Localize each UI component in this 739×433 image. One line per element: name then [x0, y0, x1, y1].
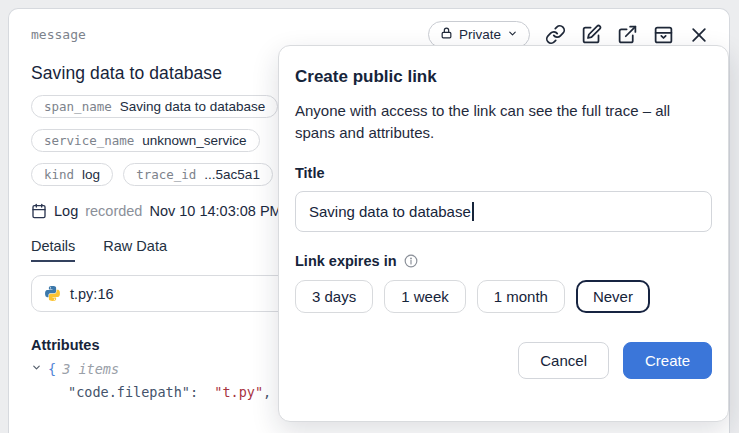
dialog-description: Anyone with access to the link can see t…: [295, 100, 712, 144]
json-comma: ,: [263, 384, 271, 400]
expire-option-1-week[interactable]: 1 week: [384, 280, 466, 313]
chip-value: unknown_service: [142, 133, 246, 148]
chevron-down-icon: [507, 27, 518, 42]
text-caret: [472, 202, 474, 221]
dialog-footer: Cancel Create: [295, 342, 712, 379]
record-type: Log: [54, 203, 78, 219]
chip-key: service_name: [44, 133, 134, 148]
toolbar: Private: [428, 21, 709, 48]
record-verb: recorded: [85, 203, 142, 219]
message-field-label: message: [31, 27, 86, 42]
panel-header: message Private: [31, 21, 709, 48]
tab-details[interactable]: Details: [31, 238, 75, 262]
open-external-icon: [617, 24, 638, 45]
edit-icon: [581, 24, 602, 45]
panel-dock-icon: [653, 24, 674, 45]
dialog-title: Create public link: [295, 67, 712, 87]
privacy-label: Private: [459, 27, 501, 42]
close-icon: [689, 25, 709, 45]
record-timestamp: Nov 10 14:03:08 PM: [149, 203, 281, 219]
python-icon: [44, 285, 61, 302]
source-location-label: t.py:16: [70, 286, 114, 302]
json-open-brace: {: [48, 361, 56, 377]
close-panel-button[interactable]: [689, 25, 709, 45]
privacy-dropdown[interactable]: Private: [428, 21, 530, 48]
chip-span-name[interactable]: span_name Saving data to database: [31, 95, 278, 118]
json-value: "t.py": [214, 384, 263, 400]
cancel-button[interactable]: Cancel: [518, 342, 609, 379]
collapse-chevron-icon[interactable]: [31, 362, 42, 376]
expire-options: 3 days 1 week 1 month Never: [295, 280, 712, 313]
calendar-icon: [31, 203, 47, 219]
title-field-label: Title: [295, 165, 712, 181]
chip-value: Saving data to database: [120, 99, 266, 114]
chip-service-name[interactable]: service_name unknown_service: [31, 129, 260, 152]
json-key: "code.filepath":: [68, 384, 198, 400]
expire-option-never[interactable]: Never: [576, 280, 650, 313]
lock-icon: [440, 26, 453, 43]
chip-kind[interactable]: kind log: [31, 163, 113, 186]
json-item-count: 3 items: [62, 361, 119, 377]
edit-button[interactable]: [581, 24, 602, 45]
title-input-value: Saving data to database: [309, 203, 471, 220]
create-public-link-dialog: Create public link Anyone with access to…: [278, 45, 729, 422]
chip-value: ...5ac5a1: [204, 167, 260, 182]
chip-value: log: [82, 167, 100, 182]
expire-option-1-month[interactable]: 1 month: [477, 280, 565, 313]
chip-key: kind: [44, 167, 74, 182]
chip-trace-id[interactable]: trace_id ...5ac5a1: [123, 163, 273, 186]
copy-link-button[interactable]: [545, 24, 566, 45]
expires-label: Link expires in: [295, 253, 397, 269]
expire-option-3-days[interactable]: 3 days: [295, 280, 373, 313]
chip-key: trace_id: [136, 167, 196, 182]
dock-panel-button[interactable]: [653, 24, 674, 45]
tab-raw-data[interactable]: Raw Data: [103, 238, 167, 262]
open-external-button[interactable]: [617, 24, 638, 45]
expires-label-row: Link expires in: [295, 253, 712, 269]
create-button[interactable]: Create: [623, 342, 712, 379]
title-input[interactable]: Saving data to database: [295, 191, 712, 232]
link-icon: [545, 24, 566, 45]
chip-key: span_name: [44, 99, 112, 114]
info-icon[interactable]: [404, 254, 418, 268]
